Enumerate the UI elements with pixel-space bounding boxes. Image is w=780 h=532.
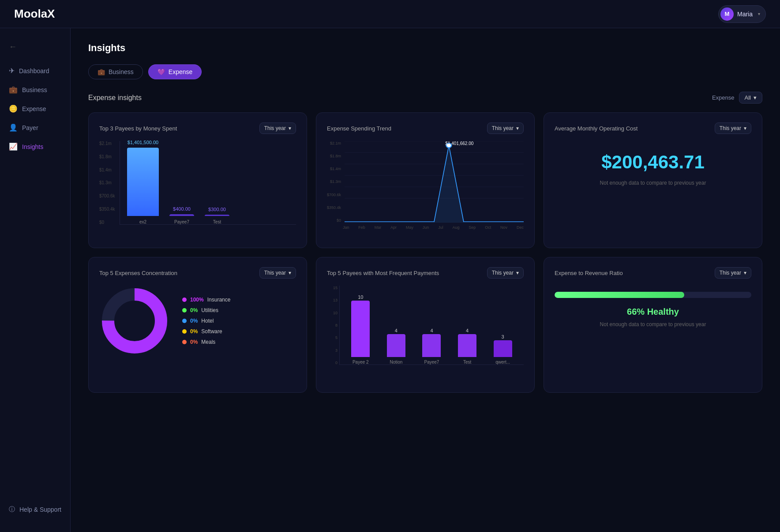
sidebar-item-label: Payer bbox=[22, 124, 38, 131]
card-expense-revenue: Expense to Revenue Ratio This year ▾ 66%… bbox=[544, 257, 762, 393]
chevron-down-icon: ▾ bbox=[758, 11, 760, 16]
filter-dropdown[interactable]: All ▾ bbox=[739, 92, 762, 104]
line-chart: $2.1m$1.8m$1.4m$1.3m$700.6k$350.4k$0 $1,… bbox=[327, 141, 524, 238]
help-support-button[interactable]: ⓘ Help & Support bbox=[0, 501, 70, 518]
sidebar-item-label: Dashboard bbox=[19, 67, 49, 74]
progress-fill bbox=[555, 292, 684, 298]
avg-note: Not enough data to compare to previous y… bbox=[555, 180, 751, 186]
bar-value: $400.00 bbox=[173, 206, 191, 212]
insight-tabs: 💼 Business 💜 Expense bbox=[88, 64, 762, 79]
legend-pct: 0% bbox=[190, 328, 198, 335]
sidebar-item-label: Business bbox=[22, 86, 47, 93]
legend-label: Utilities bbox=[201, 307, 218, 313]
main-content: Insights 💼 Business 💜 Expense Expense in… bbox=[71, 28, 780, 532]
topnav: MoolaX M Maria ▾ bbox=[0, 0, 780, 28]
card-header: Average Monthly Operating Cost This year… bbox=[555, 123, 751, 134]
health-text: 66% Healthy bbox=[555, 307, 751, 317]
bar-group-ex2: $1,401,500.00 ex2 bbox=[127, 140, 159, 224]
card-spending-trend: Expense Spending Trend This year ▾ $2.1m… bbox=[316, 112, 535, 248]
tab-business[interactable]: 💼 Business bbox=[88, 64, 143, 79]
bar-val: 4 bbox=[430, 328, 433, 333]
donut-legend: 100% Insurance 0% Utilities 0% Hotel bbox=[182, 297, 230, 345]
top3-year-dropdown[interactable]: This year ▾ bbox=[259, 123, 296, 134]
bar-rect bbox=[169, 214, 194, 216]
y-axis: 1513108530 bbox=[327, 286, 338, 365]
legend-label: Insurance bbox=[207, 297, 231, 303]
legend-dot bbox=[182, 308, 187, 313]
svg-marker-7 bbox=[345, 145, 524, 223]
card-top5-concentration: Top 5 Expenses Concentration This year ▾ bbox=[88, 257, 307, 393]
insights-icon: 📈 bbox=[9, 142, 18, 151]
bar-label: ex2 bbox=[139, 219, 146, 224]
bar-value: $1,401,500.00 bbox=[128, 140, 158, 145]
progress-track bbox=[555, 292, 751, 298]
legend-dot bbox=[182, 298, 187, 302]
bar-label: qwert... bbox=[495, 360, 510, 365]
sidebar-toggle-button[interactable]: ← bbox=[0, 39, 70, 55]
bar-group-test: $300.00 Test bbox=[205, 207, 229, 224]
card-header: Top 3 Payees by Money Spent This year ▾ bbox=[99, 123, 296, 134]
payee-bar-test: 4 Test bbox=[452, 328, 483, 365]
payee-bar-payee7: 4 Payee7 bbox=[416, 328, 447, 365]
user-menu[interactable]: M Maria ▾ bbox=[718, 5, 766, 23]
legend-pct: 100% bbox=[190, 297, 204, 303]
tab-expense-label: Expense bbox=[169, 68, 192, 75]
filter-chevron-icon: ▾ bbox=[754, 94, 757, 101]
card-header: Expense to Revenue Ratio This year ▾ bbox=[555, 267, 751, 279]
conc-year-dropdown[interactable]: This year ▾ bbox=[259, 267, 296, 279]
tab-expense[interactable]: 💜 Expense bbox=[148, 64, 202, 79]
bar-val: 4 bbox=[395, 328, 398, 333]
page-title: Insights bbox=[88, 42, 762, 54]
y-axis: $2.1m$1.8m$1.4m$1.3m$700.6k$350.4k$0 bbox=[99, 141, 118, 225]
dropdown-chevron-icon: ▾ bbox=[744, 270, 746, 276]
card-title: Top 5 Expenses Concentration bbox=[99, 270, 177, 276]
bar-rect bbox=[422, 334, 441, 357]
payer-icon: 👤 bbox=[9, 123, 18, 132]
sidebar-item-dashboard[interactable]: ✈ Dashboard bbox=[0, 62, 70, 79]
card-header: Top 5 Expenses Concentration This year ▾ bbox=[99, 267, 296, 279]
donut-section: 100% Insurance 0% Utilities 0% Hotel bbox=[99, 286, 296, 356]
dropdown-chevron-icon: ▾ bbox=[516, 270, 519, 276]
revenue-year-dropdown[interactable]: This year ▾ bbox=[715, 267, 751, 279]
payees-bar-chart: 1513108530 10 Payee 2 4 bbox=[327, 286, 524, 383]
user-name: Maria bbox=[737, 11, 753, 18]
bar-val: 10 bbox=[358, 294, 363, 300]
card-top5-payees-freq: Top 5 Payees with Most Frequent Payments… bbox=[316, 257, 535, 393]
trend-year-dropdown[interactable]: This year ▾ bbox=[487, 123, 524, 134]
payee-bar-payee2: 10 Payee 2 bbox=[345, 294, 376, 365]
sidebar-item-insights[interactable]: 📈 Insights bbox=[0, 138, 70, 155]
cards-row-1: Top 3 Payees by Money Spent This year ▾ … bbox=[88, 112, 762, 248]
expense-tab-icon: 💜 bbox=[158, 68, 165, 75]
bar-label: Test bbox=[463, 360, 471, 365]
revenue-note: Not enough data to compare to previous y… bbox=[555, 321, 751, 327]
bar-rect bbox=[351, 301, 370, 357]
legend-label: Hotel bbox=[201, 318, 214, 324]
card-avg-monthly: Average Monthly Operating Cost This year… bbox=[544, 112, 762, 248]
business-tab-icon: 💼 bbox=[98, 68, 105, 75]
logo: MoolaX bbox=[14, 7, 55, 21]
business-icon: 💼 bbox=[9, 86, 18, 94]
sidebar-item-expense[interactable]: 🪙 Expense bbox=[0, 100, 70, 117]
legend-pct: 0% bbox=[190, 307, 198, 313]
year-label: This year bbox=[720, 125, 741, 131]
legend-dot bbox=[182, 340, 187, 344]
freq-year-dropdown[interactable]: This year ▾ bbox=[487, 267, 524, 279]
legend-item-meals: 0% Meals bbox=[182, 339, 230, 345]
sidebar-item-business[interactable]: 💼 Business bbox=[0, 81, 70, 98]
dropdown-chevron-icon: ▾ bbox=[289, 125, 291, 131]
bar-label: Payee 2 bbox=[352, 360, 369, 365]
avg-year-dropdown[interactable]: This year ▾ bbox=[715, 123, 751, 134]
payee-bar-notion: 4 Notion bbox=[381, 328, 412, 365]
logo-text: MoolaX bbox=[14, 7, 55, 20]
avatar: M bbox=[720, 7, 734, 21]
filter-label: Expense bbox=[712, 94, 735, 101]
tab-business-label: Business bbox=[109, 68, 134, 75]
sidebar-item-payer[interactable]: 👤 Payer bbox=[0, 119, 70, 136]
filter-value: All bbox=[745, 94, 751, 101]
legend-label: Meals bbox=[201, 339, 215, 345]
bar-rect bbox=[387, 334, 405, 357]
year-label: This year bbox=[492, 270, 514, 276]
peak-label: $1,401,662.00 bbox=[445, 141, 473, 146]
bar-chart: $2.1m$1.8m$1.4m$1.3m$700.6k$350.4k$0 $1,… bbox=[99, 141, 296, 238]
help-label: Help & Support bbox=[19, 506, 61, 513]
